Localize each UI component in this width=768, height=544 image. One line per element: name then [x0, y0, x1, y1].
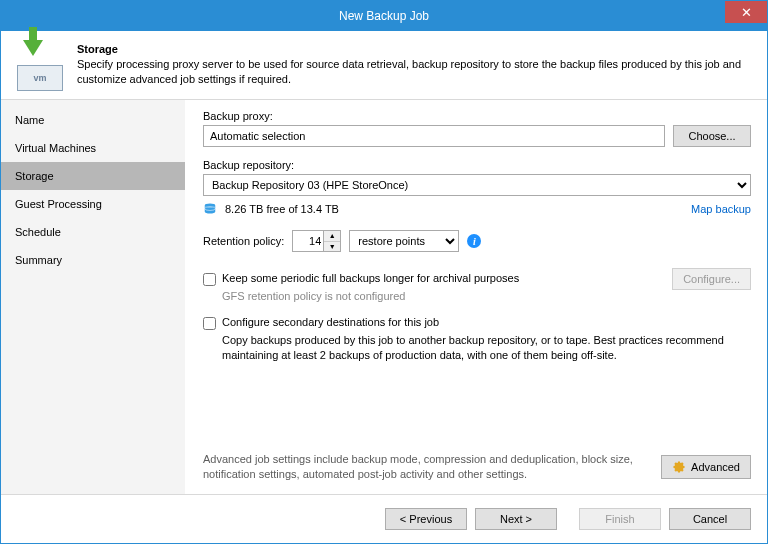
close-icon: ✕	[741, 5, 752, 20]
secondary-destinations-checkbox[interactable]	[203, 317, 216, 330]
spinner-down-icon[interactable]: ▼	[324, 242, 340, 252]
sidebar-item-schedule[interactable]: Schedule	[1, 218, 185, 246]
wizard-footer: < Previous Next > Finish Cancel	[1, 494, 767, 543]
spinner-up-icon[interactable]: ▲	[324, 231, 340, 242]
backup-proxy-field[interactable]	[203, 125, 665, 147]
main-panel: Backup proxy: Choose... Backup repositor…	[185, 100, 767, 494]
sidebar-item-name[interactable]: Name	[1, 106, 185, 134]
gfs-note: GFS retention policy is not configured	[222, 290, 672, 302]
advanced-button[interactable]: Advanced	[661, 455, 751, 479]
titlebar: New Backup Job ✕	[1, 1, 767, 31]
backup-proxy-label: Backup proxy:	[203, 110, 751, 122]
wizard-header: vm Storage Specify processing proxy serv…	[1, 31, 767, 100]
cancel-button[interactable]: Cancel	[669, 508, 751, 530]
retention-spinner[interactable]: ▲ ▼	[292, 230, 341, 252]
configure-gfs-button: Configure...	[672, 268, 751, 290]
page-description: Specify processing proxy server to be us…	[77, 57, 751, 87]
choose-proxy-button[interactable]: Choose...	[673, 125, 751, 147]
sidebar-item-storage[interactable]: Storage	[1, 162, 185, 190]
previous-button[interactable]: < Previous	[385, 508, 467, 530]
close-button[interactable]: ✕	[725, 1, 767, 23]
sidebar-item-virtual-machines[interactable]: Virtual Machines	[1, 134, 185, 162]
wizard-steps-sidebar: Name Virtual Machines Storage Guest Proc…	[1, 100, 185, 494]
sidebar-item-guest-processing[interactable]: Guest Processing	[1, 190, 185, 218]
next-button[interactable]: Next >	[475, 508, 557, 530]
gear-icon	[672, 460, 686, 474]
advanced-settings-desc: Advanced job settings include backup mod…	[203, 452, 647, 482]
backup-repository-select[interactable]: Backup Repository 03 (HPE StoreOnce)	[203, 174, 751, 196]
free-space-text: 8.26 TB free of 13.4 TB	[225, 203, 339, 215]
secondary-destinations-row[interactable]: Configure secondary destinations for thi…	[203, 316, 751, 330]
vm-badge: vm	[17, 65, 63, 91]
keep-periodic-full-row[interactable]: Keep some periodic full backups longer f…	[203, 272, 672, 286]
sidebar-item-summary[interactable]: Summary	[1, 246, 185, 274]
page-title: Storage	[77, 43, 751, 55]
info-icon[interactable]: i	[467, 234, 481, 248]
storage-wizard-icon: vm	[17, 43, 65, 91]
map-backup-link[interactable]: Map backup	[691, 203, 751, 215]
disk-stack-icon	[203, 202, 217, 216]
backup-repository-label: Backup repository:	[203, 159, 751, 171]
retention-unit-select[interactable]: restore points	[349, 230, 459, 252]
finish-button: Finish	[579, 508, 661, 530]
secondary-destinations-desc: Copy backups produced by this job to ano…	[222, 333, 751, 363]
keep-periodic-full-checkbox[interactable]	[203, 273, 216, 286]
dialog-window: New Backup Job ✕ vm Storage Specify proc…	[0, 0, 768, 544]
retention-policy-label: Retention policy:	[203, 235, 284, 247]
window-title: New Backup Job	[339, 9, 429, 23]
retention-value-input[interactable]	[293, 231, 323, 251]
